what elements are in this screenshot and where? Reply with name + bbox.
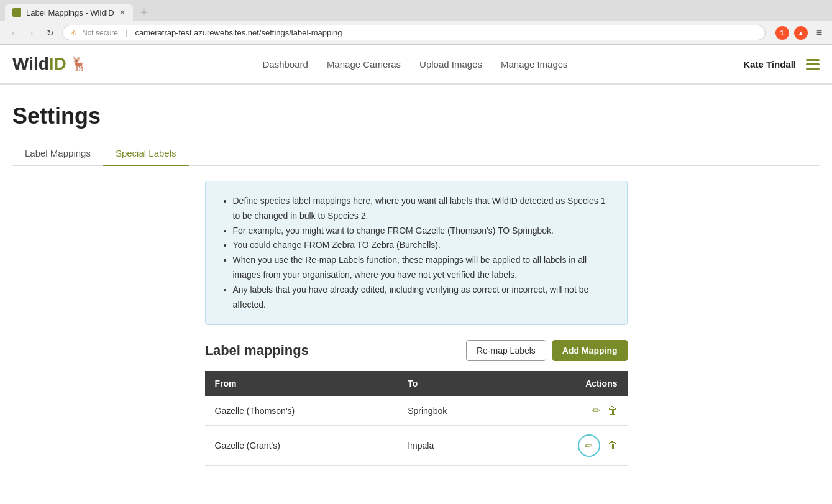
info-item-2: For example, you might want to change FR… bbox=[233, 224, 612, 239]
browser-menu: 1 ▲ ≡ bbox=[775, 26, 826, 40]
action-icons-1: ✏ 🗑 bbox=[522, 405, 618, 416]
delete-button-1[interactable]: 🗑 bbox=[608, 405, 618, 416]
action-icons-2: ✏ 🗑 bbox=[522, 434, 618, 457]
logo-wild: Wild bbox=[12, 54, 49, 74]
table-header-row: From To Actions bbox=[205, 371, 628, 396]
url-input[interactable]: ⚠ Not secure | cameratrap-test.azurewebs… bbox=[62, 25, 766, 40]
reload-button[interactable]: ↻ bbox=[43, 26, 57, 40]
nav-dashboard[interactable]: Dashboard bbox=[262, 59, 308, 70]
cell-actions-1: ✏ 🗑 bbox=[512, 396, 628, 426]
browser-chrome: Label Mappings - WildID ✕ + ‹ › ↻ ⚠ Not … bbox=[0, 0, 832, 45]
add-mapping-button[interactable]: Add Mapping bbox=[552, 340, 628, 361]
cell-to-2: Impala bbox=[398, 426, 512, 466]
forward-button[interactable]: › bbox=[25, 26, 39, 40]
hamburger-line bbox=[806, 63, 820, 65]
new-tab-button[interactable]: + bbox=[135, 4, 153, 21]
remap-labels-button[interactable]: Re-map Labels bbox=[466, 340, 546, 361]
browser-tab[interactable]: Label Mappings - WildID ✕ bbox=[5, 4, 133, 21]
tab-bar: Label Mappings - WildID ✕ + bbox=[0, 0, 832, 21]
tab-title: Label Mappings - WildID bbox=[26, 8, 114, 17]
mappings-header: Label mappings Re-map Labels Add Mapping bbox=[205, 340, 628, 361]
info-item-1: Define species label mappings here, wher… bbox=[233, 194, 612, 224]
hamburger-line bbox=[806, 68, 820, 70]
tabs: Label Mappings Special Labels bbox=[12, 142, 820, 166]
cell-to-1: Springbok bbox=[398, 396, 512, 426]
security-label: Not secure bbox=[82, 29, 118, 37]
header-right: Kate Tindall bbox=[743, 59, 820, 70]
nav-manage-images[interactable]: Manage Images bbox=[501, 59, 568, 70]
tab-favicon bbox=[12, 8, 21, 17]
col-to: To bbox=[398, 371, 512, 396]
url-separator: | bbox=[126, 28, 127, 37]
logo: WildID 🦌 bbox=[12, 54, 87, 74]
col-from: From bbox=[205, 371, 398, 396]
mappings-section: Label mappings Re-map Labels Add Mapping… bbox=[205, 340, 628, 466]
mappings-title: Label mappings bbox=[205, 342, 309, 359]
edit-button-circled-2[interactable]: ✏ bbox=[578, 434, 600, 457]
table-row: Gazelle (Thomson's) Springbok ✏ 🗑 bbox=[205, 396, 628, 426]
info-list: Define species label mappings here, wher… bbox=[221, 194, 612, 312]
delete-button-2[interactable]: 🗑 bbox=[608, 440, 618, 451]
brave-icon[interactable]: ▲ bbox=[794, 26, 808, 40]
browser-menu-button[interactable]: ≡ bbox=[813, 26, 826, 40]
table-row: Gazelle (Grant's) Impala ✏ 🗑 bbox=[205, 426, 628, 466]
tab-label-mappings[interactable]: Label Mappings bbox=[12, 142, 103, 166]
mappings-table: From To Actions Gazelle (Thomson's) Spri… bbox=[205, 371, 628, 466]
edit-button-1[interactable]: ✏ bbox=[592, 405, 600, 416]
brave-shield-icon[interactable]: 1 bbox=[775, 26, 789, 40]
url-text: cameratrap-test.azurewebsites.net/settin… bbox=[135, 28, 342, 37]
main-nav: Dashboard Manage Cameras Upload Images M… bbox=[262, 59, 567, 70]
user-name: Kate Tindall bbox=[743, 59, 796, 70]
col-actions: Actions bbox=[512, 371, 628, 396]
logo-id: ID bbox=[49, 54, 66, 74]
nav-upload-images[interactable]: Upload Images bbox=[419, 59, 482, 70]
logo-icon: 🦌 bbox=[70, 56, 87, 72]
info-item-3: You could change FROM Zebra TO Zebra (Bu… bbox=[233, 238, 612, 253]
page-title: Settings bbox=[12, 103, 820, 129]
info-item-5: Any labels that you have already edited,… bbox=[233, 283, 612, 313]
hamburger-menu[interactable] bbox=[806, 59, 820, 70]
address-bar: ‹ › ↻ ⚠ Not secure | cameratrap-test.azu… bbox=[0, 21, 832, 44]
tab-close-button[interactable]: ✕ bbox=[119, 8, 126, 17]
cell-from-1: Gazelle (Thomson's) bbox=[205, 396, 398, 426]
mappings-actions: Re-map Labels Add Mapping bbox=[466, 340, 628, 361]
cell-actions-2: ✏ 🗑 bbox=[512, 426, 628, 466]
cell-from-2: Gazelle (Grant's) bbox=[205, 426, 398, 466]
main-content: Settings Label Mappings Special Labels D… bbox=[0, 85, 832, 485]
nav-manage-cameras[interactable]: Manage Cameras bbox=[327, 59, 401, 70]
info-item-4: When you use the Re-map Labels function,… bbox=[233, 253, 612, 283]
security-warning: ⚠ bbox=[70, 29, 77, 37]
back-button[interactable]: ‹ bbox=[6, 26, 20, 40]
hamburger-line bbox=[806, 59, 820, 61]
tab-special-labels[interactable]: Special Labels bbox=[103, 142, 189, 166]
app-header: WildID 🦌 Dashboard Manage Cameras Upload… bbox=[0, 45, 832, 85]
info-box: Define species label mappings here, wher… bbox=[205, 181, 628, 325]
